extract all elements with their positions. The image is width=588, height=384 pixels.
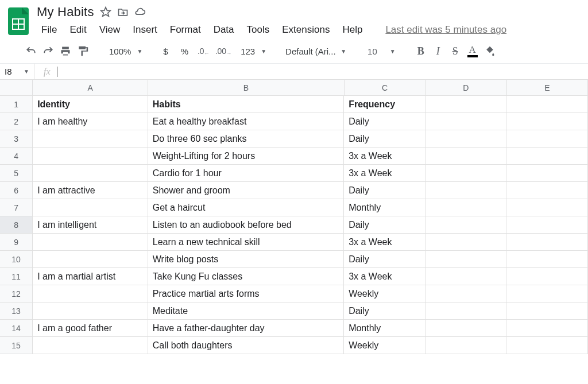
cell[interactable] <box>33 251 148 268</box>
row-header[interactable]: 5 <box>0 165 33 182</box>
cell[interactable] <box>33 337 148 354</box>
cell[interactable]: 3x a Week <box>344 234 425 251</box>
cell[interactable] <box>425 320 507 337</box>
font-size-selector[interactable]: 10▼ <box>363 42 400 60</box>
menu-view[interactable]: View <box>94 22 126 38</box>
cell[interactable]: Daily <box>344 251 425 268</box>
cell[interactable] <box>425 199 507 216</box>
cell[interactable] <box>425 165 507 182</box>
cell[interactable] <box>506 113 588 130</box>
col-header-c[interactable]: C <box>345 80 425 96</box>
paint-format-button[interactable] <box>75 42 91 60</box>
zoom-selector[interactable]: 100%▼ <box>103 42 145 60</box>
cell[interactable] <box>425 234 507 251</box>
cell[interactable] <box>506 182 588 199</box>
formula-input[interactable] <box>57 67 58 77</box>
menu-edit[interactable]: Edit <box>64 22 92 38</box>
menu-help[interactable]: Help <box>336 22 368 38</box>
cell[interactable] <box>506 320 588 337</box>
cell[interactable] <box>506 165 588 182</box>
spreadsheet-grid[interactable]: A B C D E 1IdentityHabitsFrequency2I am … <box>0 80 588 354</box>
cell[interactable]: Monthly <box>344 199 425 216</box>
row-header[interactable]: 9 <box>0 234 33 251</box>
cell[interactable]: 3x a Week <box>344 268 425 285</box>
cell[interactable] <box>425 113 507 130</box>
cell[interactable] <box>33 165 148 182</box>
row-header[interactable]: 8 <box>0 216 33 234</box>
col-header-b[interactable]: B <box>148 80 345 96</box>
redo-button[interactable] <box>40 42 56 60</box>
cell[interactable] <box>506 96 588 113</box>
cell[interactable] <box>33 302 148 320</box>
cell[interactable]: Eat a healthy breakfast <box>148 113 344 130</box>
cloud-status-icon[interactable] <box>134 6 146 18</box>
cell[interactable] <box>425 96 507 113</box>
format-currency-button[interactable]: $ <box>157 42 173 60</box>
row-header[interactable]: 10 <box>0 251 33 268</box>
cell[interactable]: I am a martial artist <box>33 268 148 285</box>
cell[interactable]: I am healthy <box>33 113 148 130</box>
cell[interactable]: Meditate <box>148 302 344 320</box>
cell[interactable]: Weight-Lifting for 2 hours <box>148 148 344 165</box>
col-header-d[interactable]: D <box>425 80 506 96</box>
cell[interactable]: Identity <box>33 96 148 113</box>
cell[interactable]: Weekly <box>344 337 425 354</box>
cell[interactable]: Have a father-daughter day <box>148 320 344 337</box>
cell[interactable] <box>33 234 148 251</box>
row-header[interactable]: 11 <box>0 268 33 285</box>
cell[interactable]: Shower and groom <box>148 182 344 199</box>
text-color-button[interactable]: A <box>465 42 481 60</box>
cell[interactable] <box>506 199 588 216</box>
cell[interactable]: Daily <box>344 216 425 234</box>
select-all-corner[interactable] <box>0 80 33 96</box>
row-header[interactable]: 1 <box>0 96 33 113</box>
cell[interactable] <box>425 216 507 234</box>
cell[interactable] <box>425 302 507 320</box>
cell[interactable]: Daily <box>344 113 425 130</box>
menu-format[interactable]: Format <box>164 22 207 38</box>
format-percent-button[interactable]: % <box>175 42 194 60</box>
increase-decimal-button[interactable]: .00→ <box>213 42 234 60</box>
cell[interactable] <box>425 182 507 199</box>
font-selector[interactable]: Default (Ari...▼ <box>281 42 350 60</box>
cell[interactable] <box>425 337 507 354</box>
menu-extensions[interactable]: Extensions <box>276 22 335 38</box>
menu-file[interactable]: File <box>36 22 63 38</box>
row-header[interactable]: 15 <box>0 337 33 354</box>
cell[interactable]: Cardio for 1 hour <box>148 165 344 182</box>
menu-tools[interactable]: Tools <box>241 22 276 38</box>
row-header[interactable]: 2 <box>0 113 33 130</box>
row-header[interactable]: 13 <box>0 302 33 320</box>
cell[interactable]: Take Kung Fu classes <box>148 268 344 285</box>
cell[interactable]: Listen to an audiobook before bed <box>148 216 344 234</box>
cell[interactable]: Get a haircut <box>148 199 344 216</box>
cell[interactable]: Weekly <box>344 285 425 302</box>
cell[interactable] <box>33 130 148 148</box>
cell[interactable]: I am a good father <box>33 320 148 337</box>
cell[interactable]: 3x a Week <box>344 165 425 182</box>
cell[interactable]: Do three 60 sec planks <box>148 130 344 148</box>
row-header[interactable]: 12 <box>0 285 33 302</box>
strikethrough-button[interactable]: S <box>447 42 463 60</box>
move-icon[interactable] <box>117 6 129 18</box>
more-formats-button[interactable]: 123▼ <box>235 42 269 60</box>
cell[interactable] <box>506 268 588 285</box>
cell[interactable]: Daily <box>344 130 425 148</box>
row-header[interactable]: 14 <box>0 320 33 337</box>
cell[interactable]: Practice martial arts forms <box>148 285 344 302</box>
print-button[interactable] <box>57 42 74 60</box>
cell[interactable] <box>506 285 588 302</box>
col-header-a[interactable]: A <box>33 80 148 96</box>
cell[interactable] <box>33 148 148 165</box>
cell[interactable] <box>425 268 507 285</box>
menu-insert[interactable]: Insert <box>127 22 163 38</box>
cell[interactable] <box>425 130 507 148</box>
decrease-decimal-button[interactable]: .0← <box>195 42 212 60</box>
cell[interactable]: Daily <box>344 182 425 199</box>
cell[interactable] <box>506 148 588 165</box>
cell[interactable]: Monthly <box>344 320 425 337</box>
star-icon[interactable] <box>100 6 111 18</box>
cell[interactable] <box>506 337 588 354</box>
row-header[interactable]: 3 <box>0 130 33 148</box>
cell[interactable] <box>506 130 588 148</box>
